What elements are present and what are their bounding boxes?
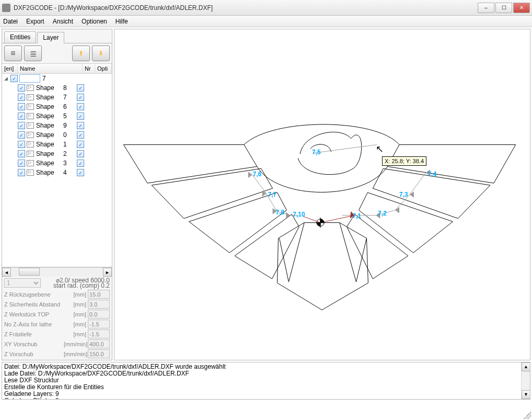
checkbox-icon[interactable]	[18, 122, 25, 129]
canvas-area[interactable]: 7,5 7,6 7,7 7,8 7,10 7,1 7,2 7,3 7,4 ↖ X…	[114, 29, 530, 360]
checkbox-icon[interactable]	[77, 112, 84, 120]
checkbox-icon[interactable]	[77, 150, 84, 157]
param-label: Z Rückzugsebene	[4, 291, 64, 298]
checkbox-icon[interactable]	[77, 84, 84, 92]
tree-header-nr[interactable]: Nr	[83, 64, 95, 73]
checkbox-icon[interactable]	[18, 131, 25, 139]
param-input[interactable]	[88, 320, 110, 328]
param-input[interactable]	[88, 300, 110, 309]
menu-hilfe[interactable]: Hilfe	[115, 18, 128, 25]
tree-header-opti[interactable]: Opti	[95, 64, 112, 73]
menu-ansicht[interactable]: Ansicht	[53, 18, 73, 25]
tree-root-nr: 7	[42, 75, 54, 82]
menu-optionen[interactable]: Optionen	[82, 18, 107, 25]
menu-datei[interactable]: Datei	[3, 18, 18, 25]
window-maximize-button[interactable]	[495, 3, 512, 13]
checkbox-icon[interactable]	[18, 112, 25, 120]
param-row: Z Rückzugsebene[mm]	[4, 289, 110, 299]
checkbox-icon[interactable]	[77, 169, 84, 176]
checkbox-icon[interactable]	[18, 94, 25, 101]
shape-icon	[27, 169, 34, 176]
checkbox-icon[interactable]	[77, 122, 84, 129]
tree-row-nr: 6	[63, 103, 75, 110]
param-input[interactable]	[88, 290, 110, 299]
toolbar-list2-button[interactable]	[24, 46, 42, 61]
param-unit: [mm]	[64, 321, 88, 327]
param-row: Z Werkstück TOP[mm]	[4, 309, 110, 319]
checkbox-icon[interactable]	[18, 160, 25, 167]
checkbox-icon[interactable]	[77, 131, 84, 139]
left-panel: Entities Layer [en] Name Nr Opti ◢ 7 Sha…	[2, 29, 112, 360]
tree-row-name: Shape	[36, 131, 63, 139]
log-line: Geladene Layers: 9	[4, 391, 528, 398]
shape-icon	[27, 141, 34, 147]
checkbox-icon[interactable]	[77, 160, 84, 167]
scroll-thumb[interactable]	[19, 268, 40, 276]
tree-row-nr: 8	[63, 84, 75, 92]
checkbox-icon[interactable]	[77, 103, 84, 110]
checkbox-icon[interactable]	[77, 94, 84, 101]
tree-row-name: Shape	[36, 112, 63, 120]
checkbox-icon[interactable]	[18, 150, 25, 157]
window-title: DXF2GCODE - [D:/MyWorkspace/DXF2GCODE/tr…	[14, 4, 477, 12]
scroll-up-button[interactable]: ▲	[522, 362, 530, 371]
tree-header: [en] Name Nr Opti	[2, 63, 112, 74]
tool-select[interactable]: 1	[4, 278, 41, 288]
log-vscroll[interactable]: ▲ ▼	[521, 362, 530, 399]
param-input[interactable]	[88, 349, 110, 358]
param-row: Z Sicherheits Abstand[mm]	[4, 299, 110, 309]
tree-row-nr: 2	[63, 150, 75, 157]
tree-row[interactable]: Shape3	[2, 158, 112, 168]
checkbox-icon[interactable]	[18, 103, 25, 110]
window-minimize-button[interactable]	[478, 3, 494, 13]
path-label-72: 7,2	[378, 210, 387, 217]
tree-row[interactable]: Shape1	[2, 140, 112, 149]
tree-row-nr: 5	[63, 112, 75, 120]
path-label-77: 7,7	[268, 191, 277, 198]
tab-entities[interactable]: Entities	[4, 31, 36, 43]
tree-row[interactable]: Shape7	[2, 93, 112, 102]
tree-row[interactable]: Shape5	[2, 111, 112, 121]
tree-row[interactable]: Shape4	[2, 168, 112, 177]
param-input[interactable]	[88, 339, 110, 348]
checkbox-icon[interactable]	[18, 141, 25, 148]
toolbar-list1-button[interactable]	[4, 46, 22, 61]
shape-icon	[27, 122, 34, 129]
log-panel[interactable]: Datei: D:/MyWorkspace/DXF2GCODE/trunk/dx…	[2, 362, 530, 400]
window-close-button[interactable]	[513, 3, 530, 13]
tree-row[interactable]: Shape0	[2, 130, 112, 140]
resize-grip[interactable]	[524, 412, 531, 419]
tree-row-name: Shape	[36, 169, 63, 176]
param-input[interactable]	[88, 310, 110, 319]
toolbar-moveup-button[interactable]	[72, 46, 90, 61]
checkbox-icon[interactable]	[18, 84, 25, 92]
menu-export[interactable]: Export	[26, 18, 44, 25]
scroll-left-button[interactable]: ◄	[2, 268, 11, 277]
param-unit: [mm]	[64, 331, 88, 337]
param-input[interactable]	[88, 330, 110, 338]
tree-root-name-input[interactable]	[19, 74, 40, 83]
tree-row[interactable]: Shape8	[2, 83, 112, 93]
tab-layer[interactable]: Layer	[37, 32, 64, 43]
tree-row[interactable]: Shape9	[2, 121, 112, 130]
svg-marker-5	[410, 191, 414, 198]
param-label: Z Sicherheits Abstand	[4, 301, 64, 308]
tree-row-nr: 9	[63, 122, 75, 129]
checkbox-icon[interactable]	[18, 169, 25, 176]
tree-row[interactable]: Shape6	[2, 102, 112, 111]
tree-row-nr: 0	[63, 131, 75, 139]
path-label-75: 7,5	[312, 149, 321, 156]
menubar: Datei Export Ansicht Optionen Hilfe	[0, 16, 532, 27]
tree-row[interactable]: Shape2	[2, 149, 112, 158]
checkbox-icon[interactable]	[77, 141, 84, 148]
tree-row-nr: 1	[63, 141, 75, 148]
layer-tree[interactable]: ◢ 7 Shape8Shape7Shape6Shape5Shape9Shape0…	[2, 74, 112, 267]
tree-header-name[interactable]: Name	[18, 64, 83, 73]
tree-root-row[interactable]: ◢ 7	[2, 74, 112, 83]
toolbar-movedown-button[interactable]	[92, 46, 110, 61]
tree-hscroll[interactable]: ◄ ►	[2, 267, 112, 277]
scroll-right-button[interactable]: ►	[103, 268, 112, 277]
scroll-down-button[interactable]: ▼	[522, 390, 530, 399]
param-label: Z Frästiefe	[4, 331, 64, 337]
checkbox-icon[interactable]	[10, 75, 18, 82]
